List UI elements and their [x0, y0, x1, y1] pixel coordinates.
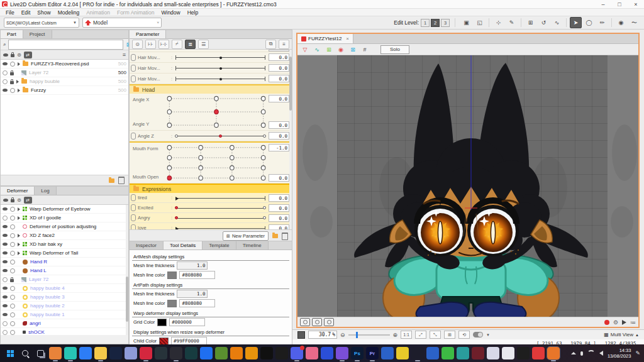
parameter-row[interactable]: Hair Mov...:0.0: [130, 74, 292, 84]
fit-expand-icon[interactable]: ⤢: [415, 331, 426, 339]
tab-template[interactable]: Template: [203, 241, 236, 250]
opera-gx-icon[interactable]: [140, 347, 152, 359]
lock-toggle-icon[interactable]: [10, 268, 15, 273]
steam-icon[interactable]: [109, 347, 122, 359]
eye-hidden-icon[interactable]: [3, 277, 8, 282]
brush-select-icon[interactable]: ✏: [596, 17, 608, 28]
eye-visible-icon[interactable]: [3, 260, 8, 263]
glue-tool-icon[interactable]: ◉: [615, 17, 627, 28]
gear-icon[interactable]: ⚙: [613, 319, 618, 326]
xy-grid[interactable]: [166, 95, 267, 129]
eye-hidden-icon[interactable]: [3, 79, 8, 84]
tree-row[interactable]: happy buuble 2: [1, 302, 128, 310]
app-green-bars-icon[interactable]: [441, 347, 454, 359]
zoom-slider[interactable]: [348, 334, 390, 336]
lock-toggle-icon[interactable]: [10, 88, 15, 93]
record-button[interactable]: [604, 320, 609, 325]
menu-edit[interactable]: Edit: [18, 9, 34, 16]
rotation-deformer-icon[interactable]: ↺: [538, 17, 550, 28]
lock-column-icon[interactable]: [11, 54, 14, 57]
lock-toggle-icon[interactable]: [10, 251, 15, 256]
onion-toggle[interactable]: [473, 332, 483, 337]
scrollbar[interactable]: [289, 50, 292, 229]
link-keys-icon[interactable]: [131, 224, 136, 229]
lock-toggle-icon[interactable]: [10, 62, 15, 67]
expand-caret-icon[interactable]: [16, 80, 19, 84]
atlas-view-icon[interactable]: ⊠: [348, 45, 358, 53]
live2d-icon[interactable]: [547, 347, 560, 359]
keyform-point[interactable]: [263, 134, 266, 138]
volume-icon[interactable]: [599, 351, 603, 356]
model-canvas[interactable]: [297, 55, 638, 317]
copy-settings-icon[interactable]: ⧉: [265, 40, 276, 49]
parameter-value[interactable]: 0.0: [269, 194, 289, 202]
lock-icon[interactable]: [10, 279, 14, 282]
expand-caret-icon[interactable]: [18, 207, 20, 211]
media-player-icon[interactable]: [411, 347, 424, 359]
parameter-xy-block[interactable]: Angle XAngle Y0.00.0: [130, 94, 292, 131]
tree-row[interactable]: XD hair bak xy: [1, 240, 128, 249]
photoshop-icon[interactable]: Ps: [351, 347, 364, 359]
expand-caret-icon[interactable]: [18, 243, 20, 246]
tree-row[interactable]: XD of l goodle: [1, 214, 128, 222]
parameter-slider[interactable]: [174, 64, 267, 72]
link-keys-icon[interactable]: [131, 194, 136, 201]
tree-row[interactable]: happy buuble500: [1, 77, 128, 86]
chevron-down-icon[interactable]: ▼: [486, 333, 490, 337]
eye-hidden-icon[interactable]: [3, 216, 8, 221]
lock-toggle-icon[interactable]: [10, 304, 15, 309]
parameter-slider[interactable]: [174, 53, 267, 61]
lock-column-icon[interactable]: [11, 199, 14, 202]
link-keys-icon[interactable]: [131, 214, 136, 221]
link-keys-icon[interactable]: [131, 133, 136, 140]
microsoft-store-icon[interactable]: [79, 347, 92, 359]
eye-visible-icon[interactable]: [3, 295, 8, 299]
lock-toggle-icon[interactable]: [10, 312, 15, 317]
tree-row[interactable]: Hand R: [1, 258, 128, 266]
new-parameter-button[interactable]: ⊞ New Parameter: [223, 231, 269, 241]
logitech-g-icon[interactable]: [260, 347, 273, 359]
premiere-icon[interactable]: Pr: [366, 347, 379, 359]
tab-deformer[interactable]: Deformer: [1, 187, 35, 195]
tab-tool-details[interactable]: Tool Details: [164, 241, 203, 250]
add-keyform-3-icon[interactable]: ⊦⊹: [158, 40, 169, 49]
onion-skin-icon[interactable]: ◉: [336, 45, 346, 53]
visibility-column-icon[interactable]: [3, 199, 8, 202]
app-blue-v-icon[interactable]: [321, 347, 333, 359]
wifi-icon[interactable]: [587, 350, 595, 356]
scrollbar[interactable]: [126, 205, 128, 335]
parameter-slider[interactable]: [174, 194, 267, 202]
parameter-slider[interactable]: [174, 214, 267, 222]
lock-toggle-icon[interactable]: [10, 321, 15, 326]
figma-icon[interactable]: [517, 347, 530, 359]
blender-alt-icon[interactable]: [245, 347, 258, 359]
eye-visible-icon[interactable]: [3, 304, 8, 307]
slider-knob[interactable]: [175, 197, 179, 200]
tree-row[interactable]: happy buuble 4: [1, 284, 128, 293]
split-view-icon[interactable]: ⊞: [444, 331, 455, 339]
app-orange-fox-icon[interactable]: [49, 347, 62, 359]
swap-view-icon[interactable]: ⇄: [24, 197, 32, 204]
actual-size-button[interactable]: 1:1: [401, 331, 412, 339]
play-button[interactable]: [622, 320, 626, 325]
lock-toggle-icon[interactable]: [10, 242, 15, 247]
parameter-group-expressions[interactable]: Expressions: [130, 184, 292, 193]
collapse-all-icon[interactable]: ⊙: [132, 40, 143, 49]
microphone-icon[interactable]: [580, 351, 583, 356]
task-view-button[interactable]: [34, 347, 47, 359]
tree-row[interactable]: angri: [1, 319, 128, 328]
discord-icon[interactable]: [291, 347, 303, 359]
app-yellow-note-icon[interactable]: [396, 347, 409, 359]
hex-color-input[interactable]: #99FF0000: [171, 337, 207, 344]
parameter-value[interactable]: 0.0: [269, 132, 289, 140]
eye-visible-icon[interactable]: [3, 269, 8, 272]
menu-show[interactable]: Show: [34, 9, 53, 16]
tray-chevron-up-icon[interactable]: [571, 352, 576, 354]
hex-color-input[interactable]: #808080: [179, 271, 215, 279]
zoom-out-icon[interactable]: ⊖: [340, 332, 345, 338]
tree-row[interactable]: Warp Deformer of Eyebrow: [1, 205, 128, 214]
search-button[interactable]: [19, 347, 31, 359]
slider-knob[interactable]: [219, 134, 222, 138]
parameter-value[interactable]: 0.0: [269, 174, 289, 182]
parameter-row[interactable]: love:0.0: [130, 223, 292, 229]
